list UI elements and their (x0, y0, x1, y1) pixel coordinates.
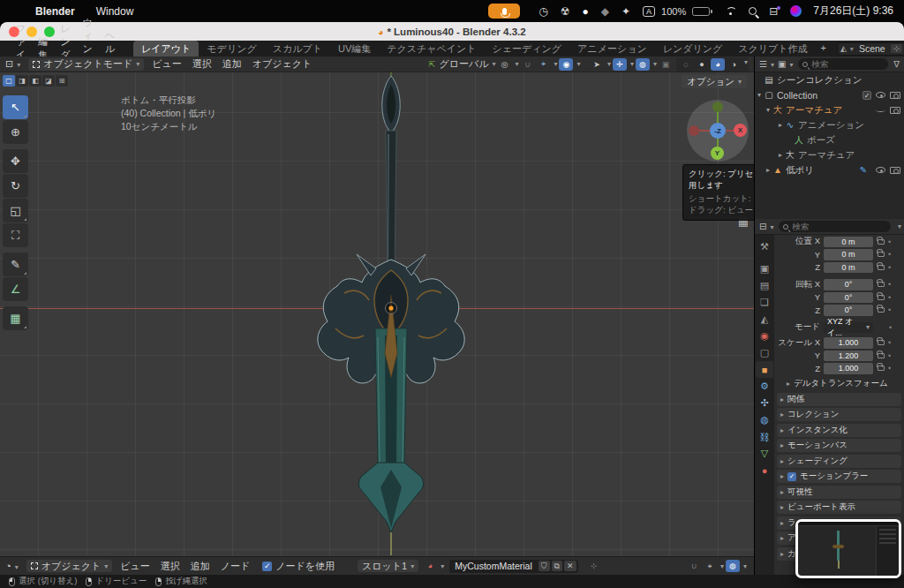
disable-render-icon[interactable] (890, 92, 900, 99)
unlink-material-button[interactable]: ✕ (564, 561, 576, 571)
select-box-tool[interactable]: ↖ (3, 95, 28, 119)
line-app-icon[interactable]: ● (583, 6, 589, 17)
animate-dot-icon[interactable]: • (888, 364, 891, 373)
expand-icon[interactable]: ▸ (776, 151, 785, 159)
shader-menu-add[interactable]: 追加 (185, 559, 215, 574)
wifi-icon[interactable] (725, 7, 736, 15)
outliner-row-pose[interactable]: 人 ポーズ (755, 132, 904, 147)
animate-dot-icon[interactable]: • (888, 305, 891, 314)
rotation-y-field[interactable]: 0° (824, 292, 873, 304)
macos-app-menu[interactable]: Blender (35, 5, 75, 18)
tab-scene[interactable]: ◭ (756, 311, 773, 328)
select-extend-button[interactable]: ◨ (16, 75, 28, 87)
hide-eye-icon[interactable] (876, 167, 885, 173)
move-tool[interactable]: ✥ (3, 149, 28, 173)
section-instancing[interactable]: ▸インスタンス化 (777, 424, 901, 437)
app-status-icon[interactable]: ◆ (601, 6, 609, 17)
tab-collection[interactable]: ▢ (756, 344, 773, 361)
expand-icon[interactable]: ▾ (764, 106, 772, 114)
expand-icon[interactable]: ▸ (764, 166, 772, 174)
shader-menu-node[interactable]: ノード (215, 559, 256, 574)
slot-dropdown[interactable]: スロット1▾ (358, 560, 418, 572)
tab-tool[interactable]: ⚒ (756, 238, 773, 255)
collection-checkbox[interactable]: ✓ (863, 91, 871, 100)
material-browse-icon[interactable]: ◕ (423, 560, 437, 572)
tab-layout[interactable]: レイアウト (133, 41, 199, 57)
shader-snap-magnet-toggle[interactable]: ∪ (687, 560, 701, 572)
tab-object[interactable]: ■ (756, 361, 773, 378)
section-relations[interactable]: ▸関係 (777, 393, 901, 406)
siri-icon[interactable] (790, 5, 802, 17)
viewport-menu-object[interactable]: オブジェクト (247, 57, 318, 72)
viewport-menu-view[interactable]: ビュー (147, 57, 187, 72)
shader-menu-view[interactable]: ビュー (115, 559, 155, 574)
add-cube-tool[interactable]: ▦ (3, 306, 28, 330)
gizmo-axis-y-neg[interactable] (712, 102, 723, 112)
selectability-dropdown[interactable]: ➤ (590, 58, 604, 71)
lock-icon[interactable] (878, 295, 885, 300)
rotation-x-field[interactable]: 0° (824, 279, 873, 290)
lock-icon[interactable] (878, 353, 885, 358)
fake-user-shield-button[interactable]: ⛉ (539, 561, 550, 571)
tab-rendering[interactable]: レンダリング (655, 41, 731, 57)
measure-tool[interactable]: ∠ (3, 277, 28, 301)
outliner-editor-type-button[interactable]: ☰▾ (759, 59, 774, 69)
annotate-tool[interactable]: ✎ (3, 253, 28, 276)
disable-render-icon[interactable] (890, 167, 900, 174)
macos-window-menu[interactable]: Window (96, 5, 134, 18)
chevron-down-icon[interactable]: ▾ (898, 222, 901, 230)
tab-sculpting[interactable]: スカルプト (265, 41, 330, 57)
outliner-display-mode-button[interactable]: ▣▾ (778, 59, 793, 69)
xray-toggle[interactable]: ▣ (659, 58, 673, 71)
tab-animation[interactable]: アニメーション (569, 41, 655, 57)
options-dropdown[interactable]: オプション▾ (682, 75, 747, 88)
orientation-dropdown[interactable]: グローバル (439, 57, 488, 71)
animate-dot-icon[interactable]: • (888, 250, 891, 259)
shader-overlays-toggle[interactable]: ◍ (726, 560, 740, 572)
tab-object-data[interactable]: ▽ (756, 445, 773, 462)
section-motion-paths[interactable]: ▸モーションパス (777, 439, 901, 452)
section-motion-blur[interactable]: ▸ ✓ モーションブラー (777, 470, 901, 483)
select-set-button[interactable]: ▢ (3, 75, 15, 87)
rotation-z-field[interactable]: 0° (824, 305, 873, 316)
animate-dot-icon[interactable]: • (888, 338, 891, 347)
tab-modeling[interactable]: モデリング (199, 41, 264, 57)
menubar-datetime[interactable]: 7月26日(土) 9:36 (813, 4, 893, 19)
section-collections[interactable]: ▸コレクション (777, 408, 901, 421)
filter-icon[interactable]: ∇ (893, 59, 900, 69)
tab-output[interactable]: ▤ (756, 277, 773, 294)
lock-icon[interactable] (878, 265, 885, 270)
animate-dot-icon[interactable]: • (888, 263, 891, 272)
shading-material-button[interactable]: ◕ (711, 58, 725, 71)
scene-selector[interactable]: ◭ ▾ Scene ⊹ ⧉ (837, 42, 904, 56)
scale-y-field[interactable]: 1.200 (824, 351, 873, 362)
gizmo-axis-x[interactable]: X (734, 124, 747, 137)
clock-app-icon[interactable]: ◷ (539, 6, 547, 17)
gizmo-axis-z-center[interactable]: -Z (710, 123, 726, 139)
shader-editor-type-button[interactable]: ◔▾ (0, 560, 24, 572)
microphone-indicator-icon[interactable] (488, 4, 520, 19)
outliner-row-armature-data[interactable]: ▸ 大 アーマチュア (755, 147, 904, 162)
shading-solid-button[interactable]: ● (695, 58, 709, 71)
lock-icon[interactable] (878, 252, 885, 257)
outliner-row-collection[interactable]: ▾ ▢ Collection ✓ (755, 87, 904, 102)
animate-dot-icon[interactable]: • (889, 323, 892, 332)
select-intersect-button[interactable]: ⊞ (56, 75, 68, 87)
rotation-mode-dropdown[interactable]: XYZ オイ...▾ (824, 322, 873, 334)
properties-editor-type-button[interactable]: ⊟▾ (759, 222, 773, 231)
screenshare-pip-overlay[interactable] (795, 519, 901, 578)
add-workspace-button[interactable]: + (816, 41, 832, 57)
section-shading[interactable]: ▸シェーディング (777, 455, 901, 468)
select-subtract-button[interactable]: ◧ (29, 75, 41, 87)
gizmo-axis-y[interactable]: Y (711, 147, 724, 160)
navigation-gizmo[interactable]: X Y -Z (687, 100, 749, 162)
properties-search-input[interactable] (792, 222, 886, 231)
shader-snap-settings-dropdown[interactable]: ⌖ (703, 560, 717, 572)
animate-dot-icon[interactable]: • (888, 351, 891, 360)
viewport-canvas[interactable]: ▢ ◨ ◧ ◪ ⊞ ↖ ⊕ ✥ ↻ ◱ ⛶ ✎ ∠ ▦ ボトム・平行投影 (0, 72, 754, 556)
section-viewport-display[interactable]: ▸ビューポート表示 (777, 501, 901, 514)
transform-tool[interactable]: ⛶ (3, 223, 28, 247)
tab-texture-paint[interactable]: テクスチャペイント (379, 41, 484, 57)
shader-mode-dropdown[interactable]: オブジェクト▾ (26, 560, 113, 572)
shading-rendered-button[interactable]: ◑ (727, 58, 741, 71)
